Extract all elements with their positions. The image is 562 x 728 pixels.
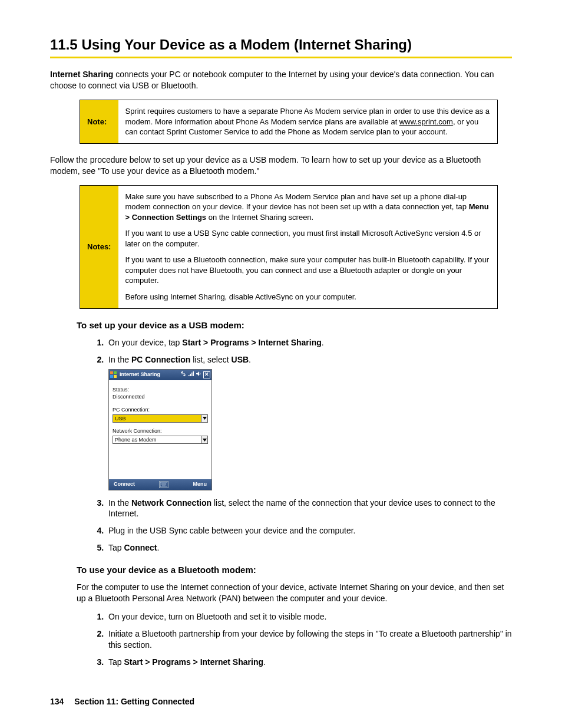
svg-rect-7 xyxy=(193,371,194,376)
windows-flag-icon[interactable] xyxy=(110,371,117,378)
signal-icon xyxy=(188,371,194,378)
usb-s3a: In the xyxy=(108,498,131,508)
bt-s3c: . xyxy=(263,657,266,667)
bt-s3b: Start > Programs > Internet Sharing xyxy=(124,657,263,667)
intro-lead: Internet Sharing xyxy=(50,70,113,79)
note2-p1c: on the Internet Sharing screen. xyxy=(206,213,313,222)
usb-s2b: PC Connection xyxy=(131,355,190,364)
usb-s1a: On your device, tap xyxy=(108,338,182,347)
svg-rect-1 xyxy=(114,371,117,374)
usb-s2c: list, select xyxy=(190,355,231,364)
connect-softkey[interactable]: Connect xyxy=(114,480,135,487)
intro-paragraph: Internet Sharing connects your PC or not… xyxy=(50,69,512,91)
usb-step-2: In the PC Connection list, select USB. I… xyxy=(106,354,512,490)
svg-rect-6 xyxy=(191,373,193,376)
bt-heading: To use your device as a Bluetooth modem: xyxy=(77,564,512,576)
chevron-down-icon[interactable] xyxy=(201,414,208,423)
svg-rect-4 xyxy=(189,375,190,376)
bt-s3a: Tap xyxy=(108,657,124,667)
bt-step-1: On your device, turn on Bluetooth and se… xyxy=(106,611,512,622)
usb-s3b: Network Connection xyxy=(131,498,211,508)
page-number: 134 xyxy=(50,697,64,706)
svg-rect-2 xyxy=(110,375,113,378)
bt-step-2: Initiate a Bluetooth partnership from yo… xyxy=(106,628,512,651)
speaker-icon xyxy=(196,371,201,378)
bt-intro: For the computer to use the Internet con… xyxy=(77,582,512,604)
usb-s2e: . xyxy=(249,355,251,364)
network-connection-label: Network Connection: xyxy=(113,427,208,434)
note2-label: Notes: xyxy=(80,185,118,308)
usb-step-3: In the Network Connection list, select t… xyxy=(106,498,512,520)
usb-steps: On your device, tap Start > Programs > I… xyxy=(106,337,512,554)
note1-label: Note: xyxy=(80,100,118,144)
pc-connection-value: USB xyxy=(115,415,126,422)
network-connection-value: Phone as Modem xyxy=(115,436,157,443)
bt-step-3: Tap Start > Programs > Internet Sharing. xyxy=(106,657,512,668)
usb-s5a: Tap xyxy=(108,543,124,552)
page-footer: 134Section 11: Getting Connected xyxy=(50,696,512,707)
note2-p2: If you want to use a USB Sync cable conn… xyxy=(125,228,491,249)
usb-step-4: Plug in the USB Sync cable between your … xyxy=(106,525,512,536)
usb-s5c: . xyxy=(157,543,159,552)
pc-connection-select[interactable]: USB xyxy=(113,414,208,423)
follow-paragraph: Follow the procedure below to set up you… xyxy=(50,154,512,177)
note1-content: Sprint requires customers to have a sepa… xyxy=(118,100,498,144)
network-connection-select[interactable]: Phone as Modem xyxy=(113,436,208,444)
footer-section: Section 11: Getting Connected xyxy=(74,697,194,706)
bt-steps: On your device, turn on Bluetooth and se… xyxy=(106,611,512,668)
note2-p1a: Make sure you have subscribed to a Phone… xyxy=(125,192,469,212)
device-screenshot: Internet Sharing ✕ Status: Dis xyxy=(108,369,212,490)
device-softkey-bar: Connect Menu xyxy=(109,479,211,490)
note2-content: Make sure you have subscribed to a Phone… xyxy=(118,185,498,308)
section-heading: 11.5 Using Your Device as a Modem (Inter… xyxy=(50,35,512,58)
note2-p3: If you want to use a Bluetooth connectio… xyxy=(125,255,491,286)
usb-s2d: USB xyxy=(232,355,249,364)
usb-s1b: Start > Programs > Internet Sharing xyxy=(182,338,322,347)
note-box-2: Notes: Make sure you have subscribed to … xyxy=(80,185,498,309)
device-status-icons xyxy=(180,371,201,378)
close-icon[interactable]: ✕ xyxy=(203,371,210,378)
note-box-1: Note: Sprint requires customers to have … xyxy=(80,100,498,144)
device-title: Internet Sharing xyxy=(120,371,160,378)
status-value: Disconnected xyxy=(113,393,208,400)
svg-rect-3 xyxy=(114,375,117,378)
note2-p1: Make sure you have subscribed to a Phone… xyxy=(125,192,491,223)
keyboard-icon[interactable] xyxy=(159,481,168,488)
menu-softkey[interactable]: Menu xyxy=(193,480,207,487)
usb-s1c: . xyxy=(322,338,324,347)
chevron-down-icon[interactable] xyxy=(201,436,208,444)
svg-rect-5 xyxy=(190,374,191,376)
usb-step-5: Tap Connect. xyxy=(106,542,512,554)
usb-heading: To set up your device as a USB modem: xyxy=(77,319,512,331)
intro-rest: connects your PC or notebook computer to… xyxy=(50,70,494,90)
sync-icon xyxy=(180,371,186,378)
usb-s5b: Connect xyxy=(124,543,157,552)
pc-connection-label: PC Connection: xyxy=(113,406,208,413)
svg-rect-0 xyxy=(110,371,113,374)
status-label: Status: xyxy=(113,386,208,393)
note1-link[interactable]: www.sprint.com xyxy=(399,117,453,126)
usb-step-1: On your device, tap Start > Programs > I… xyxy=(106,337,512,348)
note2-p4: Before using Internet Sharing, disable A… xyxy=(125,292,491,302)
device-titlebar: Internet Sharing ✕ xyxy=(109,370,211,380)
usb-s2a: In the xyxy=(108,355,131,364)
device-body: Status: Disconnected PC Connection: USB … xyxy=(109,380,211,479)
